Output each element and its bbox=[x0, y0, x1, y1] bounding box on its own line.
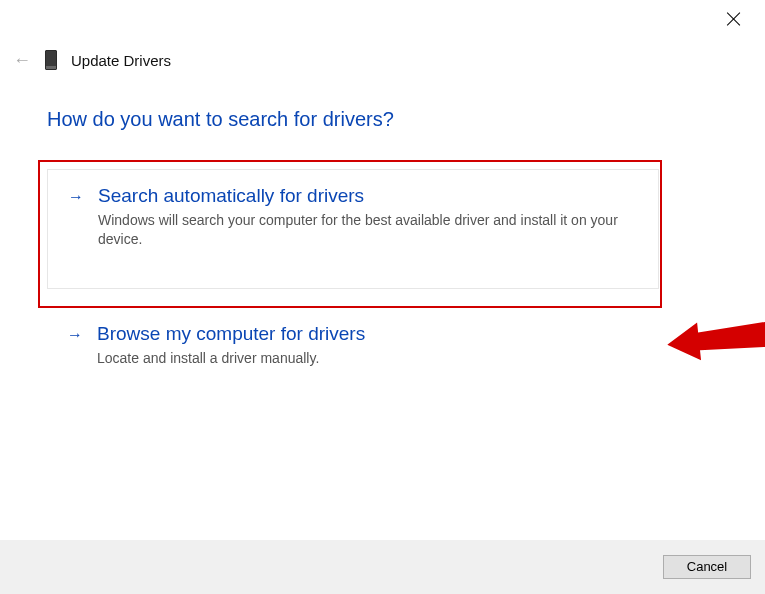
option-auto-title: Search automatically for drivers bbox=[98, 185, 638, 207]
option-auto-desc: Windows will search your computer for th… bbox=[98, 211, 638, 249]
cancel-button[interactable]: Cancel bbox=[663, 555, 751, 579]
back-arrow-icon[interactable]: ← bbox=[13, 51, 31, 69]
content-area: How do you want to search for drivers? →… bbox=[47, 108, 659, 408]
option-browse-desc: Locate and install a driver manually. bbox=[97, 349, 639, 368]
svg-marker-0 bbox=[665, 314, 765, 363]
option-text: Browse my computer for drivers Locate an… bbox=[97, 323, 639, 368]
window-title: Update Drivers bbox=[71, 52, 171, 69]
footer: Cancel bbox=[0, 540, 765, 594]
header: ← Update Drivers bbox=[13, 50, 171, 70]
arrow-right-icon: → bbox=[68, 188, 84, 262]
annotation-arrow-icon bbox=[664, 306, 765, 372]
option-text: Search automatically for drivers Windows… bbox=[98, 185, 638, 262]
device-icon bbox=[45, 50, 57, 70]
option-search-automatically[interactable]: → Search automatically for drivers Windo… bbox=[47, 169, 659, 289]
option-browse-title: Browse my computer for drivers bbox=[97, 323, 639, 345]
close-button[interactable] bbox=[725, 10, 743, 28]
option-browse-computer[interactable]: → Browse my computer for drivers Locate … bbox=[47, 319, 659, 378]
page-question: How do you want to search for drivers? bbox=[47, 108, 659, 131]
arrow-right-icon: → bbox=[67, 326, 83, 368]
